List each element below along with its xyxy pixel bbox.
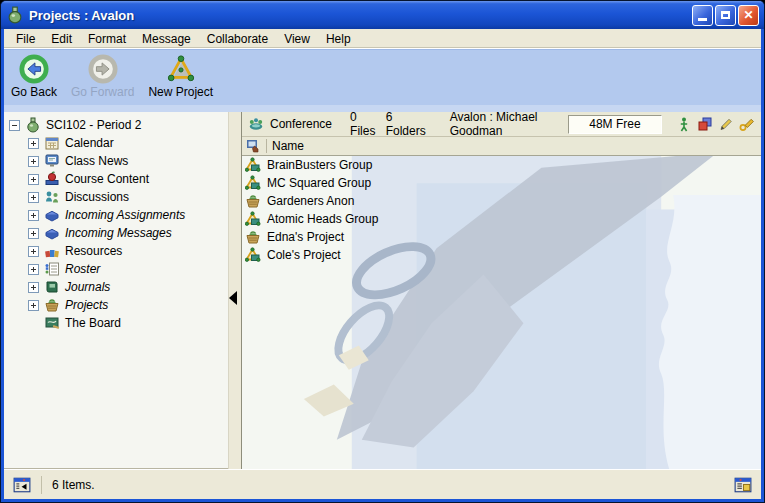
go-back-icon: [19, 54, 49, 84]
tree-item-the-board[interactable]: The Board: [4, 314, 228, 332]
list-item-mc-squared[interactable]: MC Squared Group: [242, 174, 761, 192]
list-item-label: Gardeners Anon: [267, 194, 354, 208]
expand-box-icon[interactable]: [28, 192, 39, 203]
folders-count: 6 Folders: [386, 110, 426, 138]
tree-item-incoming-assignments[interactable]: Incoming Assignments: [4, 206, 228, 224]
close-icon: ✕: [743, 9, 753, 21]
tree-item-label: Incoming Messages: [65, 226, 172, 240]
resources-icon: [44, 243, 60, 259]
roster-icon: [44, 261, 60, 277]
tree-item-label: Journals: [65, 280, 110, 294]
tree-item-label: Course Content: [65, 172, 149, 186]
news-icon: [44, 153, 60, 169]
overlapping-windows-icon[interactable]: [697, 116, 713, 132]
new-project-label: New Project: [148, 85, 213, 99]
app-window: Projects : Avalon ✕ File Edit Format Mes…: [0, 0, 765, 503]
board-icon: [44, 315, 60, 331]
go-forward-button: Go Forward: [68, 53, 137, 100]
tree-item-label: Incoming Assignments: [65, 208, 185, 222]
incoming-icon: [44, 225, 60, 241]
tree-item-class[interactable]: SCI102 - Period 2: [4, 116, 228, 134]
menu-help[interactable]: Help: [318, 30, 359, 48]
menu-edit[interactable]: Edit: [43, 30, 80, 48]
toolbar: Go Back Go Forward New Project: [4, 49, 761, 105]
list-item-label: Cole's Project: [267, 248, 341, 262]
tree-item-label: Roster: [65, 262, 100, 276]
free-space-indicator: 48M Free: [568, 115, 662, 134]
go-forward-icon: [88, 54, 118, 84]
title-bar[interactable]: Projects : Avalon ✕: [1, 1, 764, 29]
tree-item-calendar[interactable]: Calendar: [4, 134, 228, 152]
project-basket-icon: [245, 229, 261, 245]
folder-list: BrainBusters Group MC Squared Group Gard…: [242, 156, 761, 469]
tree-item-label: Calendar: [65, 136, 114, 150]
toolbar-divider: [4, 105, 761, 112]
tree-item-label: The Board: [65, 316, 121, 330]
tree-item-discussions[interactable]: Discussions: [4, 188, 228, 206]
name-column-header[interactable]: Name: [242, 137, 761, 156]
maximize-icon: [721, 11, 730, 19]
tree-item-projects[interactable]: Projects: [4, 296, 228, 314]
project-triangle-icon: [245, 157, 261, 173]
expand-box-icon[interactable]: [28, 246, 39, 257]
tree-item-label: SCI102 - Period 2: [46, 118, 141, 132]
expand-box-icon[interactable]: [28, 264, 39, 275]
new-project-button[interactable]: New Project: [145, 53, 216, 100]
tree-item-class-news[interactable]: Class News: [4, 152, 228, 170]
list-item-atomic-heads[interactable]: Atomic Heads Group: [242, 210, 761, 228]
minimize-button[interactable]: [692, 5, 713, 26]
tree-item-roster[interactable]: Roster: [4, 260, 228, 278]
gold-pencil-permissions-icon[interactable]: [739, 116, 755, 132]
menu-view[interactable]: View: [276, 30, 318, 48]
tree-item-course-content[interactable]: Course Content: [4, 170, 228, 188]
project-triangle-icon: [245, 175, 261, 191]
expand-box-icon[interactable]: [28, 228, 39, 239]
collapse-arrow-icon[interactable]: [229, 291, 237, 305]
list-item-gardeners[interactable]: Gardeners Anon: [242, 192, 761, 210]
tree-item-resources[interactable]: Resources: [4, 242, 228, 260]
minimize-icon: [698, 18, 707, 21]
pencil-icon[interactable]: [718, 116, 734, 132]
menu-collaborate[interactable]: Collaborate: [199, 30, 276, 48]
items-count: 6 Items.: [52, 478, 95, 492]
menu-message[interactable]: Message: [134, 30, 199, 48]
list-item-coles-project[interactable]: Cole's Project: [242, 246, 761, 264]
sort-by-name-icon: [245, 138, 261, 154]
list-item-label: Atomic Heads Group: [267, 212, 378, 226]
layout-toggle-icon[interactable]: [734, 476, 752, 494]
go-forward-label: Go Forward: [71, 85, 134, 99]
status-bar: 6 Items.: [4, 469, 761, 499]
discussions-icon: [44, 189, 60, 205]
expand-box-icon[interactable]: [28, 300, 39, 311]
close-button[interactable]: ✕: [738, 5, 759, 26]
menu-bar: File Edit Format Message Collaborate Vie…: [4, 29, 761, 49]
conference-icon: [248, 116, 264, 132]
window-title: Projects : Avalon: [29, 8, 134, 23]
name-header-label: Name: [272, 139, 304, 153]
journal-icon: [44, 279, 60, 295]
conference-title: Conference: [270, 117, 332, 131]
presence-user-icon[interactable]: [676, 116, 692, 132]
go-back-button[interactable]: Go Back: [8, 53, 60, 100]
hide-tree-panel-icon[interactable]: [13, 476, 31, 494]
list-item-ednas-project[interactable]: Edna's Project: [242, 228, 761, 246]
tree-item-label: Projects: [65, 298, 108, 312]
tree-item-incoming-messages[interactable]: Incoming Messages: [4, 224, 228, 242]
expand-box-icon[interactable]: [28, 210, 39, 221]
menu-file[interactable]: File: [8, 30, 43, 48]
expand-box-icon[interactable]: [28, 138, 39, 149]
maximize-button[interactable]: [715, 5, 736, 26]
list-item-label: MC Squared Group: [267, 176, 371, 190]
tree-item-journals[interactable]: Journals: [4, 278, 228, 296]
collapse-box-icon[interactable]: [9, 120, 20, 131]
basket-icon: [44, 297, 60, 313]
incoming-icon: [44, 207, 60, 223]
menu-format[interactable]: Format: [80, 30, 134, 48]
list-item-brainbusters[interactable]: BrainBusters Group: [242, 156, 761, 174]
expand-box-icon[interactable]: [28, 156, 39, 167]
expand-box-icon[interactable]: [28, 174, 39, 185]
tree-item-label: Resources: [65, 244, 122, 258]
go-back-label: Go Back: [11, 85, 57, 99]
expand-box-icon[interactable]: [28, 282, 39, 293]
panel-splitter[interactable]: [228, 112, 242, 469]
